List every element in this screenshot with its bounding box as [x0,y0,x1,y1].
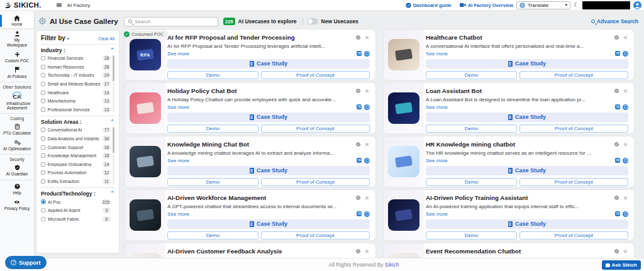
notes-icon[interactable] [357,158,362,163]
radio-icon[interactable] [41,217,46,222]
filter-checkbox-process-automation[interactable]: Process Automation12 [41,169,111,177]
filter-checkbox-techonolgy-it-industry[interactable]: Techonolgy - IT industry24 [41,71,111,80]
usecase-thumbnail[interactable] [384,30,424,80]
user-avatar[interactable] [633,1,641,9]
globe-icon[interactable] [364,211,370,217]
filter-checkbox-small-and-midsize-business[interactable]: Small and Midsize Business17 [41,80,111,89]
collapse-chevron-icon[interactable]: ⌃ [110,48,114,52]
checkbox-icon[interactable] [41,153,45,158]
sidebar-item-home[interactable]: Home [0,13,34,28]
support-button[interactable]: ? Support [5,256,47,269]
sikich-logo[interactable]: SIKICH. [5,1,42,9]
case-study-button[interactable]: Case Study [167,166,370,175]
settings-icon[interactable] [614,141,619,147]
ask-sikich-button[interactable]: Ask Sikich [602,260,641,270]
proof-of-concept-button[interactable]: Proof of Concept [261,124,370,133]
proof-of-concept-button[interactable]: Proof of Concept [519,231,628,240]
favorite-star-icon[interactable]: ★ [623,248,628,254]
radio-option-ai-poc[interactable]: AI Poc225 [41,197,111,206]
clear-all-link[interactable]: Clear All [98,36,114,41]
sidebar-item-ai-optimization[interactable]: AI Optimization [0,138,34,153]
globe-icon[interactable] [364,104,370,110]
sidebar-item-ai-policies[interactable]: AI Policies [0,65,34,80]
usecase-thumbnail[interactable] [125,190,165,240]
radio-icon[interactable] [41,199,46,204]
demo-button[interactable]: Demo [167,178,258,186]
sidebar-item-help[interactable]: ?Help [0,182,34,197]
settings-icon[interactable] [614,195,619,201]
ai-factory-overview-link[interactable]: AI Factory Overview [460,3,513,8]
checkbox-icon[interactable] [41,128,45,132]
filter-checkbox-employee-onboarding[interactable]: Employee Onboarding14 [41,160,111,169]
checkbox-icon[interactable] [41,108,45,112]
sidebar-item-privacy-policy[interactable]: Privacy Policy [0,197,34,213]
filter-checkbox-professional-services[interactable]: Professional Services13 [41,106,111,114]
settings-icon[interactable] [355,88,361,94]
proof-of-concept-button[interactable]: Proof of Concept [261,178,370,186]
notes-icon[interactable] [615,211,620,216]
filter-checkbox-knowledge-management[interactable]: Knowledge Management18 [41,152,111,160]
scrollbar[interactable] [113,127,114,184]
see-more-link[interactable]: See more [426,51,448,57]
dark-mode-icon[interactable]: ☾ [574,2,579,8]
notes-icon[interactable] [357,211,362,216]
globe-icon[interactable] [623,211,628,217]
usecase-thumbnail[interactable] [125,136,165,187]
demo-button[interactable]: Demo [167,231,258,240]
filter-checkbox-data-analysis-and-insights[interactable]: Data Analysis and Insights34 [41,135,111,143]
see-more-link[interactable]: See more [167,104,189,110]
case-study-button[interactable]: Case Study [167,59,370,69]
dashboard-guide-link[interactable]: Dashboard guide [406,3,452,8]
radio-option-microsoft-fabric[interactable]: Microsoft Fabric6 [41,215,111,224]
favorite-star-icon[interactable]: ★ [364,88,370,94]
scrollbar[interactable] [113,55,114,112]
see-more-link[interactable]: See more [167,158,189,163]
checkbox-icon[interactable] [41,91,45,95]
case-study-button[interactable]: Case Study [426,166,628,175]
case-study-button[interactable]: Case Study [426,59,628,69]
proof-of-concept-button[interactable]: Proof of Concept [519,124,628,133]
demo-button[interactable]: Demo [426,231,517,240]
case-study-button[interactable]: Case Study [167,219,370,229]
demo-button[interactable]: Demo [426,178,517,186]
radio-icon[interactable] [41,208,46,213]
usecase-thumbnail[interactable] [384,136,424,187]
proof-of-concept-button[interactable]: Proof of Concept [519,178,628,186]
favorite-star-icon[interactable]: ★ [623,35,628,40]
radio-option-applied-ai-agent[interactable]: Applied AI Agent3 [41,206,111,215]
notes-icon[interactable] [615,158,620,163]
sidebar-item-my-workspace[interactable]: My Workspace [0,29,34,49]
see-more-link[interactable]: See more [167,51,189,57]
globe-icon[interactable] [623,104,628,110]
search-input[interactable]: Search [124,17,218,26]
settings-icon[interactable] [614,88,619,94]
usecase-thumbnail[interactable] [384,83,424,133]
advance-search-link[interactable]: Advance Search [591,18,638,25]
see-more-link[interactable]: See more [167,211,189,217]
settings-icon[interactable] [355,248,361,254]
see-more-link[interactable]: See more [426,211,448,217]
notes-icon[interactable] [357,51,362,56]
checkbox-icon[interactable] [41,136,45,141]
filter-checkbox-customer-support[interactable]: Customer Support18 [41,143,111,152]
settings-icon[interactable] [355,35,361,40]
demo-button[interactable]: Demo [426,71,517,79]
checkbox-icon[interactable] [41,65,45,69]
globe-icon[interactable] [364,158,370,163]
demo-button[interactable]: Demo [167,124,258,133]
checkbox-icon[interactable] [41,179,45,184]
favorite-star-icon[interactable]: ★ [364,195,370,201]
notes-icon[interactable] [615,51,620,56]
globe-icon[interactable] [623,158,628,163]
favorite-star-icon[interactable]: ★ [364,248,370,254]
usecase-thumbnail[interactable] [125,83,165,133]
case-study-button[interactable]: Case Study [426,113,628,122]
favorite-star-icon[interactable]: ★ [623,195,628,201]
sidebar-item-custom-poc[interactable]: Custom POC [0,50,34,65]
notes-icon[interactable] [615,104,620,109]
collapse-chevron-icon[interactable]: ⌃ [110,192,114,196]
menu-icon[interactable] [57,3,62,8]
globe-icon[interactable] [364,51,370,57]
filter-checkbox-conversational-ai[interactable]: Conversational AI77 [41,126,111,135]
translate-select[interactable]: Translate ▾ [516,1,570,9]
